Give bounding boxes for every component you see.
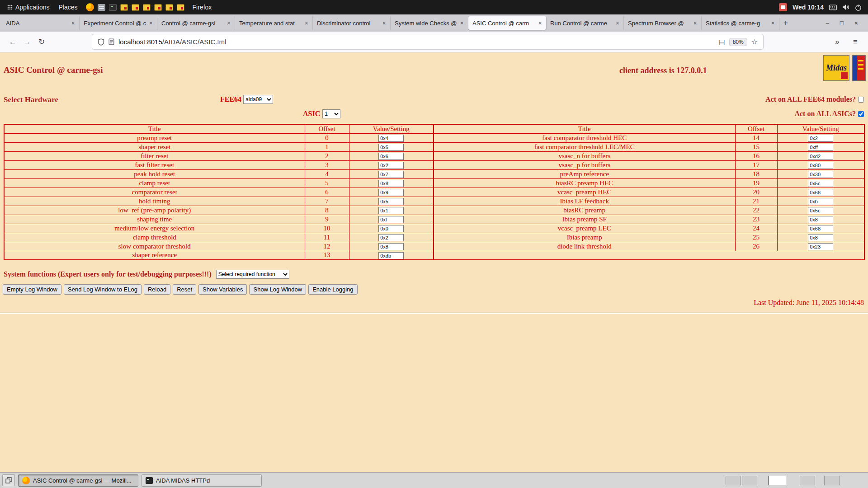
action-button[interactable]: Reload (144, 284, 170, 295)
action-button[interactable]: Enable Logging (308, 284, 357, 295)
param-value-input[interactable] (378, 225, 404, 232)
asic-select[interactable]: 1 (322, 109, 340, 118)
browser-tab[interactable]: Run Control @ carme × (546, 16, 624, 30)
param-value-input[interactable] (808, 162, 833, 169)
volume-icon[interactable] (842, 4, 849, 10)
fee64-select[interactable]: aida09 (243, 95, 273, 104)
param-value-input[interactable] (808, 135, 833, 142)
param-value-input[interactable] (808, 180, 833, 187)
notification-tray-icon[interactable] (779, 3, 787, 11)
action-button[interactable]: Empty Log Window (3, 284, 61, 295)
param-value-input[interactable] (378, 144, 404, 151)
firefox-launcher-icon[interactable] (86, 3, 94, 11)
tab-close-icon[interactable]: × (227, 19, 231, 27)
param-value-input[interactable] (378, 162, 404, 169)
midas-window-icon[interactable] (165, 4, 173, 11)
tab-close-icon[interactable]: × (382, 19, 386, 27)
bookmark-star-icon[interactable]: ☆ (751, 38, 758, 46)
tab-close-icon[interactable]: × (305, 19, 308, 27)
param-value-input[interactable] (378, 216, 404, 223)
midas-window-icon[interactable] (120, 4, 128, 11)
param-value-input[interactable] (808, 144, 833, 151)
browser-tab[interactable]: Spectrum Browser @ × (624, 16, 702, 30)
param-value-input[interactable] (378, 135, 404, 142)
param-value-input[interactable] (808, 171, 833, 178)
param-value-input[interactable] (378, 207, 404, 214)
clock[interactable]: Wed 10:14 (793, 4, 824, 11)
action-button[interactable]: Reset (173, 284, 196, 295)
app-menu-icon[interactable]: ≡ (848, 35, 863, 49)
workspace-cell-active[interactable] (768, 476, 786, 485)
tab-close-icon[interactable]: × (71, 19, 75, 27)
keyboard-input-icon[interactable] (829, 5, 837, 10)
browser-tab[interactable]: AIDA × (2, 16, 80, 30)
close-window-button[interactable]: × (853, 19, 860, 27)
active-app-menu[interactable]: Firefox (188, 0, 217, 14)
param-value-input[interactable] (808, 198, 833, 205)
workspace-cell[interactable] (800, 476, 815, 485)
midas-logo[interactable]: Midas (823, 55, 849, 81)
overflow-menu-icon[interactable]: » (830, 35, 844, 49)
new-tab-button[interactable]: + (779, 17, 792, 29)
midas-window-icon[interactable] (154, 4, 162, 11)
workspace-cell[interactable] (742, 476, 757, 485)
files-launcher-icon[interactable] (98, 4, 105, 11)
tab-close-icon[interactable]: × (149, 19, 153, 27)
forward-button[interactable]: → (20, 35, 34, 49)
param-value-input[interactable] (378, 234, 404, 241)
param-value-input[interactable] (378, 189, 404, 196)
browser-tab[interactable]: Discriminator control × (313, 16, 391, 30)
applications-menu[interactable]: Applications (3, 0, 54, 14)
action-button[interactable]: Send Log Window to ELog (64, 284, 142, 295)
shield-icon[interactable] (98, 38, 104, 46)
param-value-input[interactable] (378, 153, 404, 160)
workspace-cell[interactable] (726, 476, 741, 485)
tab-close-icon[interactable]: × (616, 19, 619, 27)
param-value-input[interactable] (808, 243, 833, 250)
midas-window-icon[interactable] (132, 4, 139, 11)
browser-tab[interactable]: System wide Checks @ × (391, 16, 468, 30)
param-value-input[interactable] (378, 171, 404, 178)
tab-close-icon[interactable]: × (771, 19, 775, 27)
param-value-input[interactable] (378, 243, 404, 250)
facility-logo[interactable] (852, 55, 866, 81)
action-button[interactable]: Show Log Window (249, 284, 306, 295)
param-value-input[interactable] (378, 180, 404, 187)
reload-button[interactable]: ↻ (34, 35, 49, 49)
tab-close-icon[interactable]: × (460, 19, 464, 27)
page-info-icon[interactable] (108, 38, 114, 45)
action-button[interactable]: Show Variables (198, 284, 247, 295)
minimize-button[interactable]: − (824, 19, 831, 27)
system-function-select[interactable]: Select required function (216, 270, 289, 279)
power-icon[interactable] (855, 4, 862, 11)
act-all-asics-checkbox[interactable] (858, 111, 864, 117)
param-value-input[interactable] (808, 225, 833, 232)
act-all-fee64-checkbox[interactable] (858, 97, 864, 103)
terminal-launcher-icon[interactable] (109, 4, 117, 11)
param-value-input[interactable] (808, 207, 833, 214)
taskbar-window-button[interactable]: AIDA MIDAS HTTPd (142, 474, 262, 487)
param-value-input[interactable] (378, 252, 404, 259)
places-menu[interactable]: Places (54, 0, 82, 14)
param-value-input[interactable] (808, 189, 833, 196)
taskbar-window-button[interactable]: ASIC Control @ carme-gsi — Mozill... (18, 474, 138, 487)
address-bar[interactable]: localhost:8015/AIDA/ASIC/ASIC.tml ▤ 80% … (92, 34, 763, 49)
param-value-input[interactable] (808, 234, 833, 241)
tab-close-icon[interactable]: × (693, 19, 697, 27)
tab-close-icon[interactable]: × (538, 19, 542, 27)
browser-tab[interactable]: Temperature and stat × (235, 16, 313, 30)
param-value-input[interactable] (378, 198, 404, 205)
midas-window-icon[interactable] (143, 4, 151, 11)
param-value-input[interactable] (808, 216, 833, 223)
browser-tab[interactable]: Control @ carme-gsi × (157, 16, 235, 30)
zoom-indicator[interactable]: 80% (729, 38, 747, 46)
param-value-input[interactable] (808, 153, 833, 160)
browser-tab[interactable]: Statistics @ carme-g × (702, 16, 779, 30)
show-desktop-button[interactable] (2, 474, 15, 486)
browser-tab[interactable]: Experiment Control @ c × (80, 16, 157, 30)
midas-window-icon[interactable] (177, 4, 184, 11)
workspace-cell[interactable] (824, 476, 840, 485)
reader-mode-icon[interactable]: ▤ (718, 38, 725, 46)
maximize-button[interactable]: □ (838, 19, 845, 27)
browser-tab[interactable]: ASIC Control @ carm × (468, 16, 546, 30)
